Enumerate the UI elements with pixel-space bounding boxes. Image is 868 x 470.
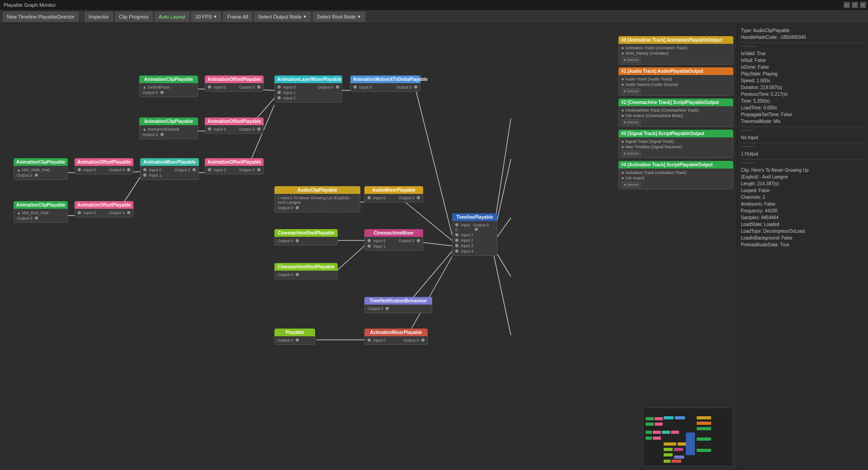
info-loadstate: LoadState: Loaded xyxy=(741,221,864,228)
svg-rect-40 xyxy=(674,448,683,451)
node-body: Input 0 Output 0 xyxy=(350,83,420,92)
node-animoffset1[interactable]: AnimationOffsetPlayable Input 0 Output 0 xyxy=(205,75,264,92)
info-clip: Clip: Here's To Never Growing Up xyxy=(741,167,864,174)
output-node-body-2: Cinemachine Track (Cinemachine Track) CM… xyxy=(618,106,733,127)
svg-rect-50 xyxy=(697,449,711,452)
info-channels: Channels: 2 xyxy=(741,194,864,201)
node-animmixer[interactable]: AnimationMixerPlayable Input 0 Output 0 … xyxy=(140,158,199,180)
output-node-3[interactable]: #3 [Signal Track] ScriptPlayableOutput S… xyxy=(618,130,733,158)
maximize-button[interactable]: □ xyxy=(852,2,858,8)
svg-rect-29 xyxy=(646,423,654,426)
node-body: Input 0 Output 0 Input 1 Input 2 xyxy=(274,83,342,103)
node-animclip1[interactable]: AnimationClipPlayable ▲ DefaultPose Outp… xyxy=(139,75,198,97)
clip-progress-button[interactable]: Clip Progress xyxy=(115,12,153,22)
auto-layout-button[interactable]: Auto Layout xyxy=(155,12,189,22)
node-animmotion[interactable]: AnimationMotionXToDeltaPlayable Input 0 … xyxy=(350,75,420,92)
node-animclip3[interactable]: AnimationClipPlayable ▲ MM_Walk_Fwd Outp… xyxy=(14,158,68,180)
info-noinput: No Input xyxy=(741,134,864,141)
svg-rect-37 xyxy=(664,442,676,446)
output-node-4[interactable]: #4 [Activation Track] ScriptPlayableOutp… xyxy=(618,161,733,189)
svg-rect-34 xyxy=(671,431,679,434)
node-cinemashot-a[interactable]: CinemachineShotPlayable Output 0 xyxy=(274,229,338,245)
node-body: ▲ HumanoidDefault Output 0 xyxy=(139,125,198,139)
output-node-body-0: Animation Track (Animation Track) SKM_Ma… xyxy=(618,44,733,65)
node-body: Output 0 xyxy=(274,237,338,245)
node-timenotif[interactable]: TimeNotificationBehaviour Output 0 xyxy=(364,297,432,313)
node-header: AnimationClipPlayable xyxy=(14,201,68,209)
svg-rect-43 xyxy=(674,456,684,459)
node-header: ActivationMixerPlayable xyxy=(364,329,428,336)
node-audiomixer[interactable]: AudioMixerPlayable Input 0 Output 0 xyxy=(364,186,423,202)
node-header: AnimationLayerMixerPlayable xyxy=(274,75,342,83)
node-body: ▲ MM_Run_Fwd Output 0 xyxy=(14,209,68,223)
node-cinemashot-b[interactable]: CinemachineShotPlayable Output 0 xyxy=(274,263,338,279)
node-animoffset4[interactable]: AnimationOffsetPlayable Input 0 Output 0 xyxy=(205,158,264,174)
info-hash: HandleHashCode: -1850490340 xyxy=(741,34,864,41)
node-header: AnimationClipPlayable xyxy=(14,158,68,166)
close-button[interactable]: × xyxy=(860,2,866,8)
timeline-selector[interactable]: New Timeline.PlayableDirector xyxy=(3,12,79,22)
output-node-0[interactable]: #0 [Animation Track] AnimationPlayableOu… xyxy=(618,36,733,65)
output-node-1[interactable]: #1 [Audio Track] AudioPlayableOutput Aud… xyxy=(618,67,733,96)
info-samples: Samples: 9454464 xyxy=(741,214,864,221)
output-node-selector[interactable]: Select Output Node ▼ xyxy=(254,12,311,22)
frame-all-button[interactable]: Frame All xyxy=(223,12,252,22)
node-audioclip[interactable]: AudioClipPlayable ♪ Here's To Never Grow… xyxy=(274,186,360,212)
info-isdone: IsDone: False xyxy=(741,64,864,70)
svg-rect-33 xyxy=(662,431,670,434)
node-body: ♪ Here's To Never Growing Up (Explicit) … xyxy=(274,194,360,212)
output-node-2[interactable]: #2 [Cinemachine Track] ScriptPlayableOut… xyxy=(618,99,733,127)
node-header: CinemachineShotPlayable xyxy=(274,263,338,271)
inspector-button[interactable]: Inspector xyxy=(85,12,113,22)
node-activmixer[interactable]: ActivationMixerPlayable Input 0 Output 0 xyxy=(364,329,428,345)
title-bar: Playable Graph Monitor — □ × xyxy=(0,0,868,10)
node-body: Output 0 xyxy=(274,336,315,345)
node-header: AnimationOffsetPlayable xyxy=(205,75,264,83)
node-body: ▲ MM_Walk_Fwd Output 0 xyxy=(14,166,68,180)
node-animoffset5[interactable]: AnimationOffsetPlayable Input 0 Output 0 xyxy=(75,201,133,217)
minimap-content xyxy=(643,408,733,466)
svg-rect-45 xyxy=(671,460,681,463)
output-node-body-1: Audio Track (Audio Track) Audio Source (… xyxy=(618,75,733,96)
node-body: Input 0 Output 0 Input 1 Input 2 Input 3… xyxy=(452,221,497,256)
info-traversal: TraversalMode: Mix xyxy=(741,118,864,125)
window-controls[interactable]: — □ × xyxy=(844,0,866,10)
info-duration: Duration: 219.587(s) xyxy=(741,84,864,91)
minimize-button[interactable]: — xyxy=(844,2,850,8)
node-body: Output 0 xyxy=(364,305,432,313)
node-timeline[interactable]: TimelinePlayable Input 0 Output 0 Input … xyxy=(452,213,497,256)
info-propset: PropagateSetTime: False xyxy=(741,111,864,118)
svg-rect-47 xyxy=(697,422,711,425)
info-loadtime: LoadTime: 0.000s xyxy=(741,104,864,111)
info-outputs: 1 Output xyxy=(741,150,864,157)
graph-canvas[interactable]: AnimationClipPlayable ▲ DefaultPose Outp… xyxy=(0,24,737,470)
node-animlayermixer[interactable]: AnimationLayerMixerPlayable Input 0 Outp… xyxy=(274,75,342,103)
svg-rect-44 xyxy=(664,460,670,463)
root-node-selector[interactable]: Select Root Node ▼ xyxy=(313,12,365,22)
node-animclip4[interactable]: AnimationClipPlayable ▲ MM_Run_Fwd Outpu… xyxy=(14,201,68,223)
info-preload: PreloadAudioData: True xyxy=(741,241,864,248)
output-node-header-2: #2 [Cinemachine Track] ScriptPlayableOut… xyxy=(618,99,733,106)
node-playable[interactable]: Playable Output 0 xyxy=(274,329,315,345)
separator-4: ---------- xyxy=(741,159,864,165)
info-prevtime: PreviousTime: 5.217(s) xyxy=(741,91,864,98)
output-node-body-4: Activation Track (Activation Track) CM v… xyxy=(618,169,733,189)
svg-rect-28 xyxy=(675,416,685,419)
toolbar: New Timeline.PlayableDirector Inspector … xyxy=(0,10,868,24)
main-layout: AnimationClipPlayable ▲ DefaultPose Outp… xyxy=(0,24,868,470)
minimap[interactable] xyxy=(643,408,733,466)
fps-selector[interactable]: 20 FPS ▼ xyxy=(191,12,222,22)
info-speed: Speed: 1.000x xyxy=(741,77,864,84)
svg-rect-46 xyxy=(697,416,711,419)
node-animoffset2[interactable]: AnimationOffsetPlayable Input 0 Output 0 xyxy=(205,118,264,134)
svg-rect-39 xyxy=(664,448,673,451)
node-header: AnimationOffsetPlayable xyxy=(75,201,133,209)
node-cinemamixer[interactable]: CinemachineMixer Input 0 Output 0 Input … xyxy=(364,229,423,251)
separator-2: ---------- xyxy=(741,127,864,132)
info-frequency: Frequency: 44100 xyxy=(741,207,864,214)
svg-rect-27 xyxy=(664,416,674,419)
svg-rect-26 xyxy=(655,417,663,420)
node-body: Input 0 Output 0 xyxy=(205,166,264,174)
node-animoffset3[interactable]: AnimationOffsetPlayable Input 0 Output 0 xyxy=(75,158,133,174)
node-animclip2[interactable]: AnimationClipPlayable ▲ HumanoidDefault … xyxy=(139,118,198,139)
